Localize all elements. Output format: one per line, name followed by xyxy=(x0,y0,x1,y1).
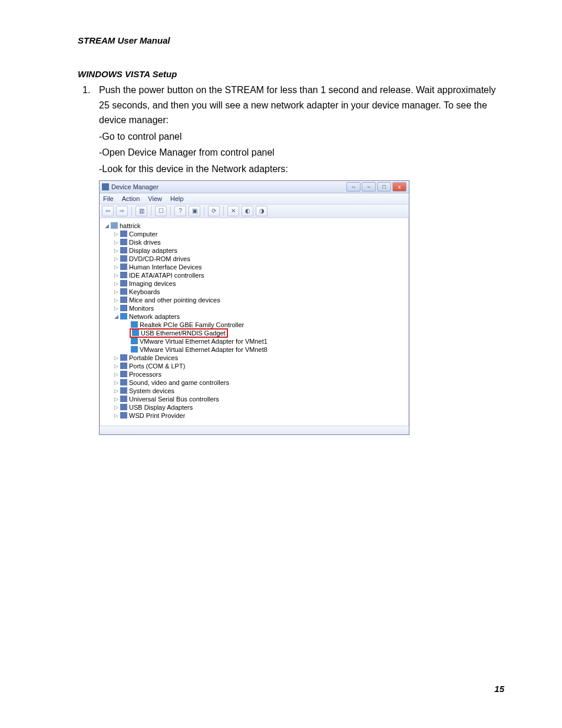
minimize-button[interactable]: – xyxy=(362,182,376,192)
chevron-right-icon: ▷ xyxy=(114,239,119,245)
tree-device[interactable]: VMware Virtual Ethernet Adapter for VMne… xyxy=(104,337,406,345)
chevron-right-icon: ▷ xyxy=(114,272,119,278)
tree-device-highlighted[interactable]: USB Ethernet/RNDIS Gadget xyxy=(104,329,406,337)
sub-step-2: -Open Device Manager from control panel xyxy=(99,145,504,160)
menu-help[interactable]: Help xyxy=(170,195,184,202)
menu-action[interactable]: Action xyxy=(122,195,140,202)
sub-step-1: -Go to control panel xyxy=(99,129,504,144)
device-icon xyxy=(120,363,127,369)
tree-category[interactable]: ▷DVD/CD-ROM drives xyxy=(104,255,406,263)
chevron-right-icon: ▷ xyxy=(114,388,119,394)
window-title: Device Manager xyxy=(111,183,346,190)
tree-label: VMware Virtual Ethernet Adapter for VMne… xyxy=(140,338,267,345)
chevron-right-icon: ▷ xyxy=(114,231,119,237)
chevron-right-icon: ▷ xyxy=(114,404,119,410)
chevron-right-icon: ▷ xyxy=(114,396,119,402)
toolbar-separator xyxy=(151,206,151,216)
network-icon xyxy=(120,313,127,319)
device-icon xyxy=(120,354,127,361)
device-icon xyxy=(120,230,127,237)
scan-icon[interactable]: ▣ xyxy=(189,206,200,216)
update-driver-icon[interactable]: ⟳ xyxy=(208,206,220,216)
tree-category[interactable]: ▷IDE ATA/ATAPI controllers xyxy=(104,271,406,279)
device-icon xyxy=(120,412,127,419)
chevron-right-icon: ▷ xyxy=(114,371,119,377)
tree-label: Imaging devices xyxy=(129,280,176,287)
tree-label: USB Ethernet/RNDIS Gadget xyxy=(141,330,226,337)
menu-file[interactable]: File xyxy=(103,195,114,202)
tree-category[interactable]: ▷Portable Devices xyxy=(104,354,406,362)
tree-category[interactable]: ▷Mice and other pointing devices xyxy=(104,296,406,304)
menubar: File Action View Help xyxy=(100,193,409,205)
document-page: STREAM User Manual WINDOWS VISTA Setup 1… xyxy=(0,0,562,728)
menu-view[interactable]: View xyxy=(148,195,162,202)
device-tree: ◢hattrick ▷Computer ▷Disk drives ▷Displa… xyxy=(100,218,409,426)
network-adapter-icon xyxy=(131,346,138,353)
disable-icon[interactable]: ◐ xyxy=(242,206,253,216)
tree-label: DVD/CD-ROM drives xyxy=(129,255,190,262)
chevron-right-icon: ▷ xyxy=(114,305,119,311)
tree-category[interactable]: ▷Human Interface Devices xyxy=(104,263,406,271)
tree-device[interactable]: Realtek PCIe GBE Family Controller xyxy=(104,321,406,329)
properties-icon[interactable]: ☐ xyxy=(155,206,167,216)
device-icon xyxy=(120,379,127,386)
maximize-button[interactable]: □ xyxy=(377,182,391,192)
device-icon xyxy=(120,387,127,394)
device-icon xyxy=(120,239,127,245)
tree-label: Ports (COM & LPT) xyxy=(129,363,185,370)
device-icon xyxy=(120,263,127,270)
chevron-down-icon: ◢ xyxy=(114,314,119,319)
forward-icon[interactable]: ⇨ xyxy=(116,206,128,216)
device-icon xyxy=(120,404,127,410)
chevron-right-icon: ▷ xyxy=(114,281,119,286)
toolbar-separator xyxy=(170,206,171,216)
tree-label: Disk drives xyxy=(129,239,161,246)
tree-category[interactable]: ▷Keyboards xyxy=(104,288,406,296)
tree-category-network[interactable]: ◢Network adapters xyxy=(104,312,406,321)
sub-step-3: -Look for this device in the Network ada… xyxy=(99,162,504,177)
tree-category[interactable]: ▷Disk drives xyxy=(104,238,406,246)
chevron-right-icon: ▷ xyxy=(114,297,119,303)
tree-label: Processors xyxy=(129,371,161,378)
tree-category[interactable]: ▷Display adapters xyxy=(104,246,406,255)
tree-label: Computer xyxy=(129,230,157,238)
tree-category[interactable]: ▷Processors xyxy=(104,370,406,378)
chevron-right-icon: ▷ xyxy=(114,289,119,295)
help-icon[interactable]: ? xyxy=(174,206,186,216)
chevron-right-icon: ▷ xyxy=(114,413,119,419)
titlebar[interactable]: Device Manager ↔ – □ x xyxy=(100,181,409,193)
tree-category[interactable]: ▷USB Display Adapters xyxy=(104,403,406,411)
tree-category[interactable]: ▷Ports (COM & LPT) xyxy=(104,362,406,370)
device-icon xyxy=(120,305,127,311)
tree-category[interactable]: ▷Computer xyxy=(104,230,406,238)
chevron-right-icon: ▷ xyxy=(114,380,119,386)
tree-label: Sound, video and game controllers xyxy=(129,379,229,386)
show-hidden-icon[interactable]: ▥ xyxy=(135,206,147,216)
toolbar-separator xyxy=(223,206,224,216)
back-icon[interactable]: ⇦ xyxy=(102,206,114,216)
tree-category[interactable]: ▷Sound, video and game controllers xyxy=(104,378,406,387)
step-number: 1. xyxy=(82,83,94,98)
device-icon xyxy=(120,255,127,262)
tree-label: Portable Devices xyxy=(129,354,178,361)
tree-device[interactable]: VMware Virtual Ethernet Adapter for VMne… xyxy=(104,345,406,354)
tree-label: Realtek PCIe GBE Family Controller xyxy=(140,321,244,328)
chevron-right-icon: ▷ xyxy=(114,256,119,262)
window-controls: ↔ – □ x xyxy=(346,182,406,192)
enable-icon[interactable]: ◑ xyxy=(256,206,267,216)
uninstall-icon[interactable]: ✕ xyxy=(227,206,239,216)
tree-category[interactable]: ▷Monitors xyxy=(104,304,406,312)
network-adapter-icon xyxy=(132,330,139,336)
tree-category[interactable]: ▷Imaging devices xyxy=(104,279,406,288)
chevron-right-icon: ▷ xyxy=(114,248,119,253)
tree-category[interactable]: ▷WSD Print Provider xyxy=(104,411,406,420)
tree-category[interactable]: ▷System devices xyxy=(104,387,406,395)
status-bar xyxy=(100,426,409,434)
chevron-right-icon: ▷ xyxy=(114,264,119,270)
highlight-box: USB Ethernet/RNDIS Gadget xyxy=(130,328,228,338)
tree-category[interactable]: ▷Universal Serial Bus controllers xyxy=(104,395,406,403)
close-button[interactable]: x xyxy=(392,182,406,192)
device-icon xyxy=(120,396,127,402)
resize-button[interactable]: ↔ xyxy=(346,182,361,192)
tree-root[interactable]: ◢hattrick xyxy=(104,222,406,230)
